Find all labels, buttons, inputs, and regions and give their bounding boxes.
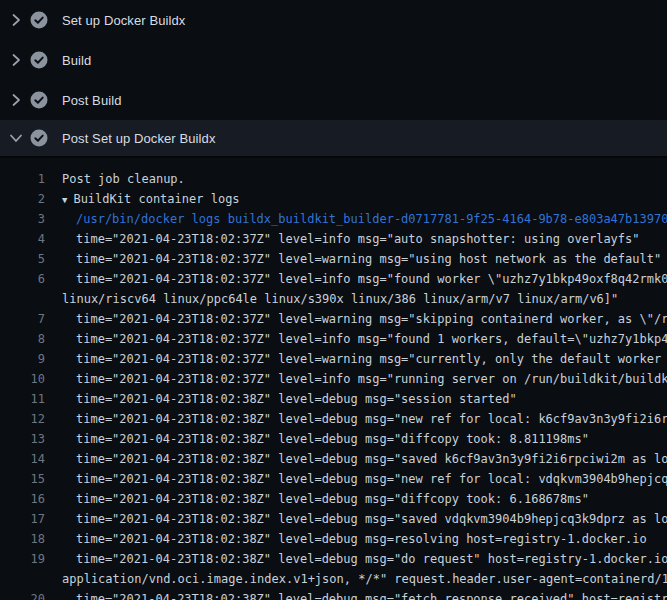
log-line: 12 time="2021-04-23T18:02:38Z" level=deb… [0,409,667,429]
check-circle-icon [30,11,48,29]
log-line-text: time="2021-04-23T18:02:38Z" level=debug … [76,589,667,600]
chevron-right-icon [11,13,21,27]
check-circle-icon [30,51,48,69]
log-output: 1 Post job cleanup. 2 ▼BuildKit containe… [0,158,667,600]
log-line-text: time="2021-04-23T18:02:37Z" level=warnin… [76,309,667,329]
step-list: Set up Docker Buildx Build P [0,0,667,158]
log-line-text: time="2021-04-23T18:02:37Z" level=info m… [76,369,667,389]
log-line-text: linux/riscv64 linux/ppc64le linux/s390x … [62,289,618,309]
log-line: 18 time="2021-04-23T18:02:38Z" level=deb… [0,529,667,549]
step-label: Post Set up Docker Buildx [62,131,216,146]
log-line-text: time="2021-04-23T18:02:38Z" level=debug … [76,509,667,529]
log-line-text: time="2021-04-23T18:02:38Z" level=debug … [76,469,667,489]
log-line-number[interactable]: 17 [0,509,45,529]
step-row-build[interactable]: Build [0,40,667,80]
log-line-number[interactable]: 5 [0,249,45,269]
log-line-text: time="2021-04-23T18:02:38Z" level=debug … [76,429,589,449]
log-line-number[interactable]: 2 [0,189,45,209]
log-line: 15 time="2021-04-23T18:02:38Z" level=deb… [0,469,667,489]
log-line-number[interactable]: 1 [0,169,45,189]
chevron-right-icon [11,53,21,67]
actions-log-viewer: Set up Docker Buildx Build P [0,0,667,600]
log-line: 20 time="2021-04-23T18:02:38Z" level=deb… [0,589,667,600]
log-line-number[interactable]: 16 [0,489,45,509]
log-line: 7 time="2021-04-23T18:02:37Z" level=warn… [0,309,667,329]
log-line-number[interactable]: 15 [0,469,45,489]
log-line-number[interactable]: 4 [0,229,45,249]
log-line-text: time="2021-04-23T18:02:38Z" level=debug … [76,409,667,429]
log-line-text: time="2021-04-23T18:02:37Z" level=info m… [76,229,640,249]
log-command-text: /usr/bin/docker logs buildx_buildkit_bui… [76,209,667,229]
log-line: 11 time="2021-04-23T18:02:38Z" level=deb… [0,389,667,409]
log-line-text: time="2021-04-23T18:02:37Z" level=warnin… [76,349,667,369]
log-line: 10 time="2021-04-23T18:02:37Z" level=inf… [0,369,667,389]
log-line: 4 time="2021-04-23T18:02:37Z" level=info… [0,229,667,249]
log-line: 14 time="2021-04-23T18:02:38Z" level=deb… [0,449,667,469]
log-line-text: application/vnd.oci.image.index.v1+json,… [62,569,667,589]
log-line: 13 time="2021-04-23T18:02:38Z" level=deb… [0,429,667,449]
log-line-number[interactable]: 14 [0,449,45,469]
log-line: 8 time="2021-04-23T18:02:37Z" level=info… [0,329,667,349]
log-line-text: time="2021-04-23T18:02:37Z" level=info m… [76,269,667,289]
check-circle-icon [30,91,48,109]
log-line-number[interactable]: 13 [0,429,45,449]
log-line-number[interactable]: 8 [0,329,45,349]
step-row-post-build[interactable]: Post Build [0,80,667,120]
log-line: 6 time="2021-04-23T18:02:37Z" level=info… [0,269,667,289]
log-line-text: Post job cleanup. [62,169,185,189]
log-line: 16 time="2021-04-23T18:02:38Z" level=deb… [0,489,667,509]
step-label: Set up Docker Buildx [62,13,185,28]
log-line-number[interactable]: 3 [0,209,45,229]
step-label: Post Build [62,93,122,108]
log-line-number[interactable]: 19 [0,549,45,569]
log-line-number[interactable]: 11 [0,389,45,409]
log-line-text: time="2021-04-23T18:02:38Z" level=debug … [76,389,517,409]
check-circle-icon [30,129,48,147]
log-line: 5 time="2021-04-23T18:02:37Z" level=warn… [0,249,667,269]
log-line: 17 time="2021-04-23T18:02:38Z" level=deb… [0,509,667,529]
log-line-number[interactable]: 9 [0,349,45,369]
log-line-number[interactable]: 7 [0,309,45,329]
step-row-set-up-docker-buildx[interactable]: Set up Docker Buildx [0,0,667,40]
log-line: 9 time="2021-04-23T18:02:37Z" level=warn… [0,349,667,369]
log-line: 19 time="2021-04-23T18:02:38Z" level=deb… [0,549,667,569]
log-line-number[interactable]: 18 [0,529,45,549]
log-line-text: time="2021-04-23T18:02:38Z" level=debug … [76,549,667,569]
chevron-down-icon [11,131,21,145]
log-line: 1 Post job cleanup. [0,169,667,189]
log-line-text: time="2021-04-23T18:02:38Z" level=debug … [76,449,667,469]
log-line-number[interactable]: 20 [0,589,45,600]
log-line-text: time="2021-04-23T18:02:38Z" level=debug … [76,489,589,509]
log-line-number [0,569,45,589]
log-line-text: ▼BuildKit container logs [62,189,240,209]
log-line-text: time="2021-04-23T18:02:38Z" level=debug … [76,529,647,549]
log-line-text: time="2021-04-23T18:02:37Z" level=info m… [76,329,667,349]
log-line-number[interactable]: 6 [0,269,45,289]
disclosure-triangle-icon: ▼ [62,190,67,210]
log-line-number [0,289,45,309]
step-label: Build [62,53,91,68]
step-row-post-set-up-docker-buildx[interactable]: Post Set up Docker Buildx [0,120,667,158]
log-group-title: BuildKit container logs [73,192,239,206]
log-line-number[interactable]: 10 [0,369,45,389]
log-line-text: time="2021-04-23T18:02:37Z" level=warnin… [76,249,661,269]
log-group-toggle[interactable]: 2 ▼BuildKit container logs [0,189,667,209]
log-line: 3 /usr/bin/docker logs buildx_buildkit_b… [0,209,667,229]
log-line: application/vnd.oci.image.index.v1+json,… [0,569,667,589]
chevron-right-icon [11,93,21,107]
log-line-number[interactable]: 12 [0,409,45,429]
log-line: linux/riscv64 linux/ppc64le linux/s390x … [0,289,667,309]
